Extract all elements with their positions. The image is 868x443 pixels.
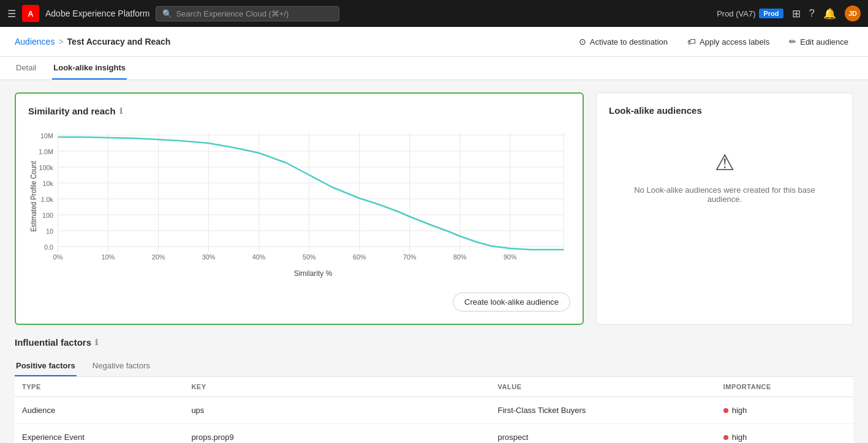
col-key: KEY bbox=[184, 377, 490, 397]
prod-badge: Prod bbox=[759, 9, 783, 18]
cell-value: First-Class Ticket Buyers bbox=[491, 397, 716, 424]
col-importance: IMPORTANCE bbox=[716, 377, 853, 397]
breadcrumb-link-audiences[interactable]: Audiences bbox=[15, 37, 55, 47]
create-lookalike-button[interactable]: Create look-alike audience bbox=[453, 292, 570, 311]
warning-text: No Look-alike audiences were created for… bbox=[621, 185, 828, 204]
label-icon: 🏷 bbox=[687, 37, 696, 47]
svg-text:100: 100 bbox=[42, 212, 53, 219]
svg-text:40%: 40% bbox=[252, 254, 266, 261]
svg-text:0.0: 0.0 bbox=[44, 244, 53, 251]
importance-label: high bbox=[732, 433, 747, 442]
edit-audience-button[interactable]: ✏ Edit audience bbox=[784, 34, 853, 49]
hamburger-menu-icon[interactable]: ☰ bbox=[7, 8, 16, 20]
factors-table: TYPE KEY VALUE IMPORTANCE Audience ups F… bbox=[15, 377, 853, 443]
search-bar[interactable]: 🔍 bbox=[156, 6, 339, 21]
chart-card: Similarity and reach ℹ 10M 1.0M 100k 10k… bbox=[15, 92, 584, 325]
cell-type: Audience bbox=[15, 397, 184, 424]
chart-svg: 10M 1.0M 100k 10k 1.0k 100 10 0.0 Estima… bbox=[28, 126, 570, 267]
x-axis-title: Similarity % bbox=[56, 269, 570, 278]
chart-title: Similarity and reach ℹ bbox=[28, 106, 570, 116]
col-value: VALUE bbox=[491, 377, 716, 397]
top-navigation: ☰ A Adobe Experience Platform 🔍 Prod (VA… bbox=[0, 0, 868, 27]
search-icon: 🔍 bbox=[162, 9, 172, 18]
action-buttons: ⊙ Activate to destination 🏷 Apply access… bbox=[574, 34, 853, 49]
breadcrumb-bar: Audiences > Test Accuracy and Reach ⊙ Ac… bbox=[0, 27, 868, 57]
tab-lookalike[interactable]: Look-alike insights bbox=[52, 57, 127, 80]
cell-key: ups bbox=[184, 397, 490, 424]
chart-info-icon[interactable]: ℹ bbox=[119, 106, 123, 116]
importance-label: high bbox=[732, 406, 747, 415]
lookalike-panel-title: Look-alike audiences bbox=[609, 105, 840, 116]
svg-text:1.0k: 1.0k bbox=[41, 196, 54, 203]
cell-value: prospect bbox=[491, 424, 716, 444]
lookalike-panel: Look-alike audiences ⚠ No Look-alike aud… bbox=[596, 92, 853, 325]
svg-text:10M: 10M bbox=[40, 133, 53, 140]
help-icon[interactable]: ? bbox=[809, 7, 815, 20]
env-text: Prod (VA7) bbox=[717, 9, 755, 18]
importance-dot bbox=[723, 435, 728, 440]
col-type: TYPE bbox=[15, 377, 184, 397]
factors-table-header: TYPE KEY VALUE IMPORTANCE bbox=[15, 377, 853, 397]
apply-access-labels-button[interactable]: 🏷 Apply access labels bbox=[682, 34, 774, 49]
avatar[interactable]: JD bbox=[845, 6, 861, 21]
importance-dot bbox=[723, 408, 728, 413]
main-content: Similarity and reach ℹ 10M 1.0M 100k 10k… bbox=[0, 80, 868, 337]
adobe-logo: A bbox=[22, 5, 39, 22]
svg-text:30%: 30% bbox=[202, 254, 216, 261]
svg-text:60%: 60% bbox=[353, 254, 366, 261]
svg-text:10: 10 bbox=[46, 228, 53, 235]
svg-text:80%: 80% bbox=[453, 254, 467, 261]
cell-key: props.prop9 bbox=[184, 424, 490, 444]
similarity-chart: 10M 1.0M 100k 10k 1.0k 100 10 0.0 Estima… bbox=[28, 126, 570, 267]
cell-importance: high bbox=[716, 424, 853, 444]
cell-type: Experience Event bbox=[15, 424, 184, 444]
tab-negative-factors[interactable]: Negative factors bbox=[91, 356, 151, 376]
app-title: Adobe Experience Platform bbox=[45, 9, 149, 18]
env-badge: Prod (VA7) Prod bbox=[717, 9, 783, 18]
svg-text:70%: 70% bbox=[403, 254, 417, 261]
cell-importance: high bbox=[716, 397, 853, 424]
svg-text:Estimated Profile Count: Estimated Profile Count bbox=[30, 160, 37, 231]
table-row: Experience Event props.prop9 prospect hi… bbox=[15, 424, 853, 444]
svg-text:0%: 0% bbox=[53, 254, 63, 261]
svg-text:50%: 50% bbox=[303, 254, 316, 261]
svg-text:10k: 10k bbox=[43, 181, 54, 187]
breadcrumb-current: Test Accuracy and Reach bbox=[67, 37, 171, 47]
svg-text:1.0M: 1.0M bbox=[39, 149, 53, 155]
svg-text:90%: 90% bbox=[504, 254, 517, 261]
svg-text:10%: 10% bbox=[102, 254, 115, 261]
influential-factors-section: Influential factors ℹ Positive factors N… bbox=[0, 337, 868, 443]
page-tabs: Detail Look-alike insights bbox=[0, 57, 868, 80]
activate-destination-button[interactable]: ⊙ Activate to destination bbox=[574, 34, 673, 49]
no-lookalike-message: ⚠ No Look-alike audiences were created f… bbox=[609, 125, 840, 228]
tab-positive-factors[interactable]: Positive factors bbox=[15, 356, 77, 376]
tab-detail[interactable]: Detail bbox=[15, 57, 37, 80]
bell-icon[interactable]: 🔔 bbox=[823, 7, 836, 20]
chart-footer: Create look-alike audience bbox=[28, 283, 570, 311]
search-input[interactable] bbox=[176, 9, 333, 18]
svg-text:20%: 20% bbox=[152, 254, 165, 261]
factors-title: Influential factors ℹ bbox=[15, 337, 853, 348]
grid-icon[interactable]: ⊞ bbox=[792, 7, 801, 20]
factors-table-body: Audience ups First-Class Ticket Buyers h… bbox=[15, 397, 853, 444]
svg-text:100k: 100k bbox=[39, 165, 54, 171]
breadcrumb-separator: > bbox=[58, 37, 63, 47]
breadcrumb: Audiences > Test Accuracy and Reach bbox=[15, 37, 170, 47]
warning-triangle-icon: ⚠ bbox=[715, 150, 734, 176]
edit-icon: ✏ bbox=[789, 37, 796, 47]
table-row: Audience ups First-Class Ticket Buyers h… bbox=[15, 397, 853, 424]
activate-icon: ⊙ bbox=[579, 37, 586, 47]
factors-info-icon[interactable]: ℹ bbox=[95, 338, 98, 347]
factors-tabs: Positive factors Negative factors bbox=[15, 356, 853, 377]
